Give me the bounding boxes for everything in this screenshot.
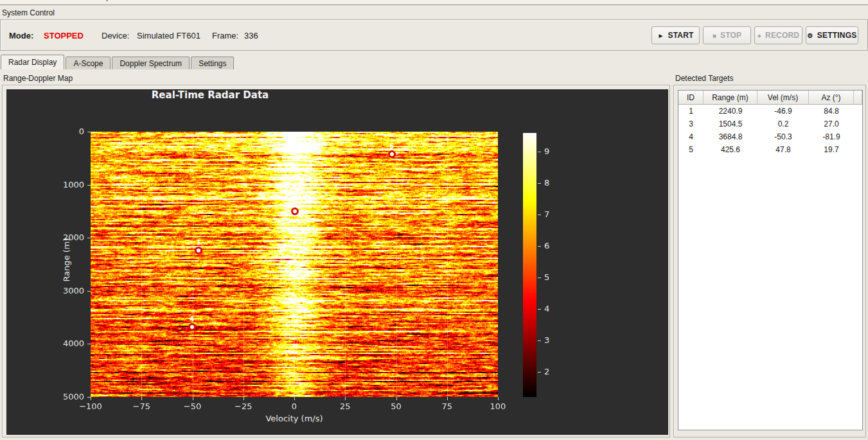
target-marker-label-5: 5 (387, 143, 396, 150)
y-tick-label: 0 (6, 127, 84, 137)
y-tick-label: 4000 (6, 339, 84, 349)
x-tick-label: −75 (121, 401, 162, 412)
table-row[interactable]: 5425.647.819.7 (678, 143, 862, 156)
colorbar-tick-mark (538, 309, 541, 310)
y-tick-mark (87, 238, 91, 238)
chart-title: Real-Time Radar Data (6, 89, 414, 101)
stop-button: ■ STOP (703, 26, 751, 44)
mode-value-stopped: STOPPED (44, 31, 84, 40)
range-doppler-map-title: Range-Doppler Map (3, 74, 73, 83)
menu-bar: File View Tools Help (0, 0, 868, 5)
y-tick-mark (87, 185, 91, 186)
table-row[interactable]: 31504.50.227.0 (678, 118, 862, 130)
tab-strip: Radar Display A-Scope Doppler Spectrum S… (1, 55, 235, 69)
table-cell: 47.8 (757, 143, 809, 156)
colorbar-tick-mark (538, 215, 541, 215)
colorbar-tick-label: 6 (544, 241, 563, 251)
colorbar-tick-label: 3 (544, 335, 563, 346)
device-value: Simulated FT601 (137, 31, 200, 40)
colorbar-tick-mark (538, 152, 541, 152)
tab-settings[interactable]: Settings (191, 57, 234, 69)
column-header-az[interactable]: Az (°) (809, 91, 854, 105)
target-marker-label-1: 1 (194, 239, 203, 246)
colorbar-tick-label: 4 (544, 304, 563, 314)
x-axis-label: Velocity (m/s) (91, 414, 498, 423)
start-button[interactable]: ► START (651, 26, 700, 44)
x-tick-mark (193, 397, 193, 400)
menu-file[interactable]: File (5, 0, 17, 1)
column-header-range-m[interactable]: Range (m) (704, 91, 757, 105)
table-cell: 1 (678, 105, 704, 118)
gear-icon: ⚙ (808, 32, 813, 39)
table-cell: -46.9 (757, 105, 809, 118)
target-marker-label-4: 4 (188, 315, 197, 322)
table-cell: 3684.8 (704, 130, 757, 143)
table-cell: 1504.5 (704, 118, 757, 130)
table-row[interactable]: 12240.9-46.984.8 (678, 105, 862, 118)
menu-help[interactable]: Help (94, 0, 111, 1)
start-button-label: START (668, 31, 694, 40)
colorbar-tick-mark (538, 277, 541, 278)
mode-label: Mode: (9, 31, 33, 40)
table-cell: 4 (678, 130, 704, 143)
x-tick-label: 75 (427, 401, 468, 412)
column-header-filler (854, 91, 862, 105)
record-button-label: RECORD (765, 31, 799, 40)
device-label: Device: (102, 31, 129, 40)
y-tick-mark (87, 291, 91, 292)
system-control-title: System Control (2, 8, 55, 17)
target-marker-5 (388, 150, 396, 158)
y-tick-label: 2000 (6, 233, 84, 243)
x-tick-mark (447, 397, 448, 400)
table-cell: -50.3 (757, 130, 809, 143)
settings-button-label: SETTINGS (817, 31, 857, 40)
record-icon: ● (757, 32, 761, 39)
stop-button-label: STOP (720, 31, 741, 40)
colorbar-tick-label: 9 (544, 146, 563, 157)
column-header-id[interactable]: ID (678, 91, 704, 105)
menu-view[interactable]: View (31, 0, 48, 1)
table-cell: 84.8 (809, 105, 854, 118)
colorbar-tick-mark (538, 340, 541, 341)
x-tick-label: 100 (477, 401, 518, 412)
x-tick-mark (141, 397, 142, 400)
colorbar-tick-label: 5 (544, 272, 563, 283)
menu-tools[interactable]: Tools (62, 0, 80, 1)
x-tick-label: −100 (70, 401, 111, 412)
table-cell: 5 (678, 143, 704, 156)
play-icon: ► (657, 32, 664, 39)
column-header-vel-m-s[interactable]: Vel (m/s) (757, 91, 809, 105)
y-tick-label: 3000 (6, 286, 84, 296)
table-cell: 3 (678, 118, 704, 130)
y-tick-mark (87, 344, 91, 344)
range-doppler-heatmap (91, 132, 498, 397)
x-tick-mark (498, 397, 499, 400)
detected-targets-table[interactable]: IDRange (m)Vel (m/s)Az (°) 12240.9-46.98… (678, 90, 863, 430)
tab-doppler-spectrum[interactable]: Doppler Spectrum (112, 57, 190, 69)
y-tick-mark (87, 132, 91, 132)
table-cell: 19.7 (809, 143, 854, 156)
y-tick-label: 5000 (6, 392, 84, 402)
record-button: ● RECORD (754, 26, 802, 44)
x-tick-mark (345, 397, 346, 400)
settings-button[interactable]: ⚙ SETTINGS (806, 26, 858, 44)
colorbar-tick-mark (538, 183, 541, 184)
table-cell: 27.0 (809, 118, 854, 130)
table-cell: 0.2 (757, 118, 809, 130)
table-header-row: IDRange (m)Vel (m/s)Az (°) (678, 91, 862, 105)
radar-plot-area: Real-Time Radar Data Range (m) Velocity … (6, 89, 668, 435)
colorbar-tick-label: 7 (544, 209, 563, 220)
x-tick-label: 50 (376, 401, 417, 412)
tab-radar-display[interactable]: Radar Display (1, 55, 64, 69)
target-marker-label-3: 3 (290, 200, 299, 207)
colorbar-tick-label: 2 (544, 367, 563, 377)
frame-counter: 336 (244, 31, 258, 40)
x-tick-label: 25 (324, 401, 366, 412)
x-tick-label: 0 (274, 401, 315, 412)
x-tick-mark (294, 397, 295, 400)
table-cell: -81.9 (809, 130, 854, 143)
stop-icon: ■ (713, 32, 716, 39)
tab-a-scope[interactable]: A-Scope (66, 57, 111, 69)
frame-label: Frame: (212, 31, 238, 40)
table-row[interactable]: 43684.8-50.3-81.9 (678, 130, 862, 143)
